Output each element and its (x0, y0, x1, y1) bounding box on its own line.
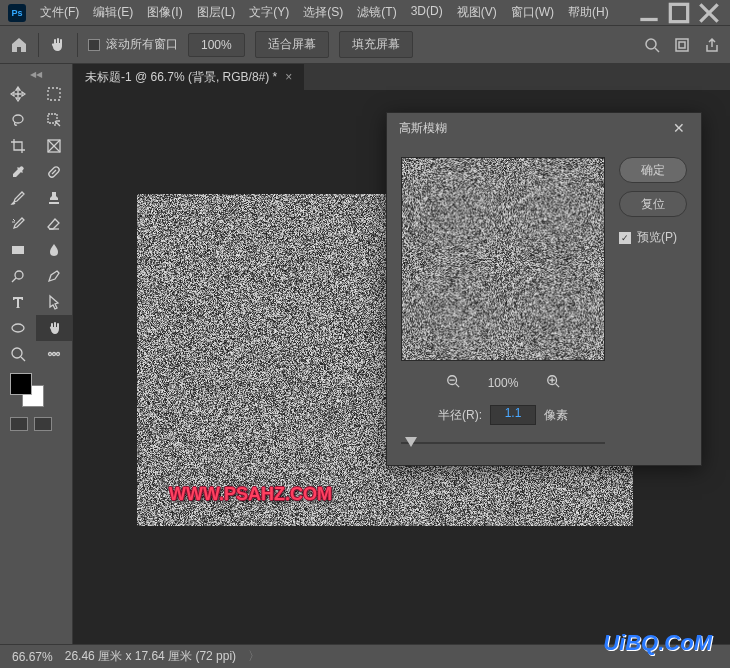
svg-point-25 (57, 353, 60, 356)
maximize-button[interactable] (666, 3, 692, 23)
menu-type[interactable]: 文字(Y) (243, 0, 295, 25)
home-icon[interactable] (10, 36, 28, 54)
svg-rect-17 (12, 246, 24, 254)
svg-point-21 (12, 348, 22, 358)
svg-line-15 (52, 170, 56, 174)
svg-line-19 (12, 278, 16, 282)
path-select-tool[interactable] (36, 289, 72, 315)
dialog-titlebar[interactable]: 高斯模糊 ✕ (387, 113, 701, 143)
zoom-out-icon[interactable] (446, 374, 460, 391)
menu-help[interactable]: 帮助(H) (562, 0, 615, 25)
menu-layer[interactable]: 图层(L) (191, 0, 242, 25)
eraser-tool[interactable] (36, 211, 72, 237)
frame-tool[interactable] (36, 133, 72, 159)
checkbox-icon (88, 39, 100, 51)
menu-view[interactable]: 视图(V) (451, 0, 503, 25)
menu-file[interactable]: 文件(F) (34, 0, 85, 25)
menu-3d[interactable]: 3D(D) (405, 0, 449, 25)
stamp-tool[interactable] (36, 185, 72, 211)
lasso-tool[interactable] (0, 107, 36, 133)
gradient-tool[interactable] (0, 237, 36, 263)
type-tool[interactable] (0, 289, 36, 315)
ok-button[interactable]: 确定 (619, 157, 687, 183)
app-logo: Ps (8, 4, 26, 22)
close-button[interactable] (696, 3, 722, 23)
quick-select-tool[interactable] (36, 107, 72, 133)
color-swatches[interactable] (0, 367, 72, 413)
fill-screen-button[interactable]: 填充屏幕 (339, 31, 413, 58)
preview-image[interactable] (401, 157, 605, 361)
preview-label: 预览(P) (637, 229, 677, 246)
svg-point-23 (49, 353, 52, 356)
svg-point-20 (12, 324, 24, 332)
svg-line-22 (21, 357, 25, 361)
svg-point-4 (646, 39, 656, 49)
healing-tool[interactable] (36, 159, 72, 185)
radius-slider[interactable] (401, 435, 605, 451)
zoom-tool[interactable] (0, 341, 36, 367)
crop-tool[interactable] (0, 133, 36, 159)
scroll-all-label: 滚动所有窗口 (106, 36, 178, 53)
dodge-tool[interactable] (0, 263, 36, 289)
menu-image[interactable]: 图像(I) (141, 0, 188, 25)
screenmode-icon[interactable] (34, 417, 52, 431)
fit-screen-button[interactable]: 适合屏幕 (255, 31, 329, 58)
status-menu-icon[interactable]: 〉 (248, 648, 260, 665)
window-controls (636, 3, 722, 23)
zoom-in-icon[interactable] (546, 374, 560, 391)
status-zoom[interactable]: 66.67% (12, 650, 53, 664)
eyedropper-tool[interactable] (0, 159, 36, 185)
tab-title: 未标题-1 @ 66.7% (背景, RGB/8#) * (85, 69, 277, 86)
separator (77, 33, 78, 57)
svg-line-30 (556, 384, 560, 388)
edit-toolbar[interactable] (36, 341, 72, 367)
tools-panel: ◀◀ (0, 64, 73, 644)
hand-tool-icon[interactable] (49, 36, 67, 54)
radius-unit: 像素 (544, 407, 568, 424)
scroll-all-checkbox[interactable]: 滚动所有窗口 (88, 36, 178, 53)
collapse-icon[interactable]: ◀◀ (0, 68, 72, 81)
main-menu: 文件(F) 编辑(E) 图像(I) 图层(L) 文字(Y) 选择(S) 滤镜(T… (34, 0, 615, 25)
document-tabs: 未标题-1 @ 66.7% (背景, RGB/8#) * × (73, 64, 730, 90)
history-brush-tool[interactable] (0, 211, 36, 237)
gaussian-blur-dialog: 高斯模糊 ✕ 100% 半径(R): 1.1 像素 确定 复位 (386, 112, 702, 466)
shape-tool[interactable] (0, 315, 36, 341)
status-dimensions[interactable]: 26.46 厘米 x 17.64 厘米 (72 ppi) (65, 648, 236, 665)
preview-checkbox[interactable]: ✓ 预览(P) (619, 229, 687, 246)
menu-window[interactable]: 窗口(W) (505, 0, 560, 25)
radius-input[interactable]: 1.1 (490, 405, 536, 425)
hand-tool[interactable] (36, 315, 72, 341)
svg-rect-8 (48, 88, 60, 100)
svg-rect-7 (679, 42, 685, 48)
menu-edit[interactable]: 编辑(E) (87, 0, 139, 25)
svg-rect-6 (676, 39, 688, 51)
watermark-text: WWW.PSAHZ.COM (169, 484, 332, 505)
preview-zoom-level: 100% (488, 376, 519, 390)
svg-point-24 (53, 353, 56, 356)
svg-line-27 (455, 384, 459, 388)
slider-track (401, 442, 605, 444)
slider-thumb[interactable] (405, 437, 417, 447)
options-bar: 滚动所有窗口 100% 适合屏幕 填充屏幕 (0, 26, 730, 64)
tab-close-icon[interactable]: × (285, 70, 292, 84)
svg-rect-1 (670, 4, 687, 21)
search-icon[interactable] (644, 37, 660, 53)
move-tool[interactable] (0, 81, 36, 107)
quickmask-icon[interactable] (10, 417, 28, 431)
dialog-close-icon[interactable]: ✕ (669, 116, 689, 140)
share-icon[interactable] (704, 37, 720, 53)
reset-button[interactable]: 复位 (619, 191, 687, 217)
uibq-watermark: UiBQ.CoM (603, 630, 712, 656)
pen-tool[interactable] (36, 263, 72, 289)
minimize-button[interactable] (636, 3, 662, 23)
document-tab[interactable]: 未标题-1 @ 66.7% (背景, RGB/8#) * × (73, 64, 304, 90)
zoom-100-button[interactable]: 100% (188, 33, 245, 57)
blur-tool[interactable] (36, 237, 72, 263)
marquee-tool[interactable] (36, 81, 72, 107)
frame-icon[interactable] (674, 37, 690, 53)
menu-filter[interactable]: 滤镜(T) (351, 0, 402, 25)
separator (38, 33, 39, 57)
foreground-color[interactable] (10, 373, 32, 395)
brush-tool[interactable] (0, 185, 36, 211)
menu-select[interactable]: 选择(S) (297, 0, 349, 25)
